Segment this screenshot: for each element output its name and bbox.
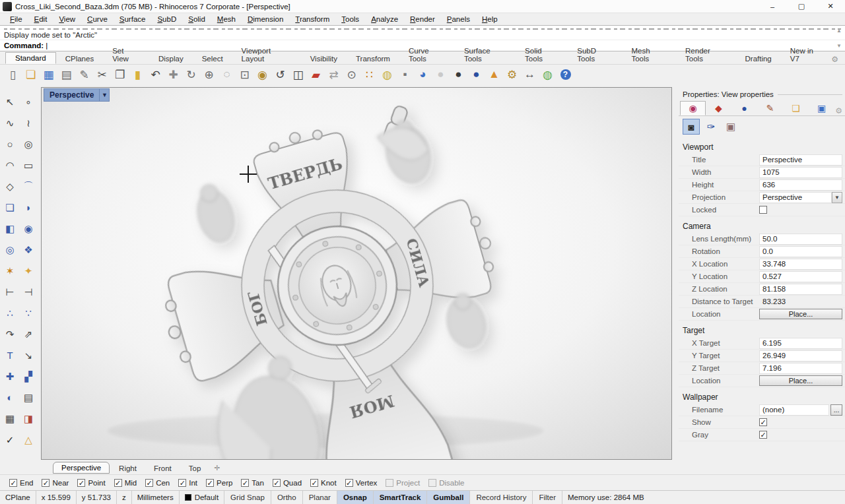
menu-surface[interactable]: Surface	[114, 15, 152, 24]
status-toggle-gumball[interactable]: Gumball	[427, 491, 470, 504]
osnap-point-checkbox[interactable]: ✓	[77, 479, 85, 487]
osnap-quad[interactable]: ✓Quad	[273, 479, 302, 487]
viewport-tab-top[interactable]: Top	[181, 463, 209, 474]
undo-icon[interactable]: ↶	[147, 66, 164, 83]
properties-tab[interactable]: ◉	[680, 101, 706, 115]
osnap-mid-checkbox[interactable]: ✓	[114, 479, 122, 487]
camera-place-button[interactable]: Place...	[759, 309, 842, 319]
libraries-tab[interactable]: ❏	[783, 101, 809, 115]
filename-field[interactable]: (none)	[759, 404, 829, 416]
menu-tools[interactable]: Tools	[335, 15, 365, 24]
copy-icon[interactable]: ❐	[111, 66, 129, 83]
viewport-layout-icon[interactable]: ◫	[289, 66, 307, 83]
viewport-tab-perspective[interactable]: Perspective	[53, 462, 110, 474]
viewport-properties-tool[interactable]: ◙	[683, 119, 700, 135]
rotation-field[interactable]: 0.0	[759, 246, 842, 257]
toolbar-tab-render-tools[interactable]: Render Tools	[676, 46, 735, 64]
help-icon[interactable]: ?	[557, 66, 574, 83]
status-toggle-grid-snap[interactable]: Grid Snap	[224, 491, 271, 504]
split-icon[interactable]: ⊣	[20, 282, 37, 301]
toolbar-tab-standard[interactable]: Standard	[5, 52, 56, 64]
toolbar-tab-display[interactable]: Display	[149, 53, 193, 64]
units-cell[interactable]: Millimeters	[132, 491, 180, 504]
osnap-knot-checkbox[interactable]: ✓	[310, 479, 318, 487]
toolbar-tab-transform[interactable]: Transform	[347, 53, 399, 64]
osnap-point[interactable]: ✓Point	[77, 479, 105, 487]
text-icon[interactable]: T	[1, 346, 18, 365]
status-toggle-record-history[interactable]: Record History	[470, 491, 533, 504]
osnap-knot[interactable]: ✓Knot	[310, 479, 337, 487]
print-icon[interactable]: ▤	[57, 66, 75, 83]
osnap-near-checkbox[interactable]: ✓	[42, 479, 50, 487]
menu-panels[interactable]: Panels	[441, 15, 476, 24]
cone-icon[interactable]: ▲	[485, 66, 503, 83]
surface-sweep-icon[interactable]: ◗	[20, 198, 37, 217]
box-icon[interactable]: ◧	[1, 219, 18, 238]
panel-settings-gear-icon[interactable]: ⚙	[835, 106, 842, 115]
menu-edit[interactable]: Edit	[28, 15, 53, 24]
polygon-icon[interactable]: ◇	[1, 177, 18, 196]
osnap-vertex-checkbox[interactable]: ✓	[345, 479, 353, 487]
osnap-disable[interactable]: Disable	[428, 479, 464, 487]
y-target-field[interactable]: 26.949	[759, 350, 842, 362]
circle-icon[interactable]: ○	[1, 135, 18, 154]
explode-icon[interactable]: ✶	[1, 261, 18, 280]
menu-transform[interactable]: Transform	[289, 15, 335, 24]
osnap-cen-checkbox[interactable]: ✓	[145, 479, 153, 487]
osnap-int-checkbox[interactable]: ✓	[178, 479, 186, 487]
title-field[interactable]: Perspective	[759, 154, 842, 166]
edit-note-icon[interactable]: ✎	[75, 66, 93, 83]
circle-center-icon[interactable]: ⊙	[343, 66, 360, 83]
toolbar-tab-new-in-v7[interactable]: New in V7	[781, 46, 831, 64]
menu-render[interactable]: Render	[404, 15, 441, 24]
extract-icon[interactable]: ✦	[20, 261, 37, 280]
osnap-end[interactable]: ✓End	[9, 479, 33, 487]
layers-flat-icon[interactable]: ▤	[20, 388, 37, 407]
circle-points-icon[interactable]: ∵	[20, 303, 37, 323]
toolbar-tab-set-view[interactable]: Set View	[103, 46, 149, 64]
show-checkbox[interactable]: ✓	[759, 418, 767, 426]
mesh-cone-icon[interactable]: △	[20, 430, 37, 449]
zoom-window-icon[interactable]: ◌	[218, 66, 236, 83]
osnap-vertex[interactable]: ✓Vertex	[345, 479, 378, 487]
maximize-button[interactable]: ▢	[787, 0, 816, 13]
menu-analyze[interactable]: Analyze	[365, 15, 404, 24]
zoom-selected-icon[interactable]: ◉	[254, 66, 271, 83]
viewport-title-menu[interactable]: Perspective ▼	[44, 88, 110, 102]
osnap-perp-checkbox[interactable]: ✓	[206, 479, 214, 487]
osnap-tan-checkbox[interactable]: ✓	[241, 479, 249, 487]
trim-icon[interactable]: ⊢	[1, 282, 18, 301]
lamp-icon[interactable]: ◍	[378, 66, 396, 83]
viewport-tab-right[interactable]: Right	[111, 463, 145, 474]
menu-file[interactable]: File	[4, 15, 28, 24]
lens-length-mm-field[interactable]: 50.0	[759, 234, 842, 245]
menu-subd[interactable]: SubD	[151, 15, 182, 24]
scale-icon[interactable]: ⇗	[20, 325, 37, 344]
toolbar-tab-mesh-tools[interactable]: Mesh Tools	[622, 46, 676, 64]
osnap-perp[interactable]: ✓Perp	[206, 479, 232, 487]
lock-icon[interactable]: ▪	[396, 66, 414, 83]
osnap-disable-checkbox[interactable]	[428, 479, 436, 487]
target-place-button[interactable]: Place...	[759, 375, 842, 386]
x-location-field[interactable]: 33.748	[759, 259, 842, 270]
surface-patch-icon[interactable]: ❖	[20, 240, 37, 259]
pane-splitter-icon[interactable]: ✛	[210, 462, 224, 474]
torus-icon[interactable]: ◎	[1, 240, 18, 259]
notes-tab[interactable]: ✎	[757, 101, 783, 115]
toolbar-tab-select[interactable]: Select	[193, 53, 232, 64]
control-point-curve-icon[interactable]: ≀	[20, 113, 37, 133]
point-cloud-icon[interactable]: ∴	[1, 303, 18, 323]
open-folder-icon[interactable]: ❏	[22, 66, 40, 83]
menu-curve[interactable]: Curve	[81, 15, 114, 24]
status-toggle-osnap[interactable]: Osnap	[337, 491, 374, 504]
x-target-field[interactable]: 6.195	[759, 338, 842, 349]
cplane-cell[interactable]: CPlane	[0, 491, 36, 504]
minimize-button[interactable]: –	[758, 0, 787, 13]
toolbar-tab-drafting[interactable]: Drafting	[736, 53, 781, 64]
osnap-end-checkbox[interactable]: ✓	[9, 479, 17, 487]
ellipse-icon[interactable]: ◎	[20, 135, 37, 154]
gray-checkbox[interactable]: ✓	[759, 431, 767, 439]
move-icon[interactable]: ✚	[1, 367, 18, 386]
point-icon[interactable]: ∘	[20, 92, 37, 111]
rotate-2d-icon[interactable]: ↷	[1, 325, 18, 344]
